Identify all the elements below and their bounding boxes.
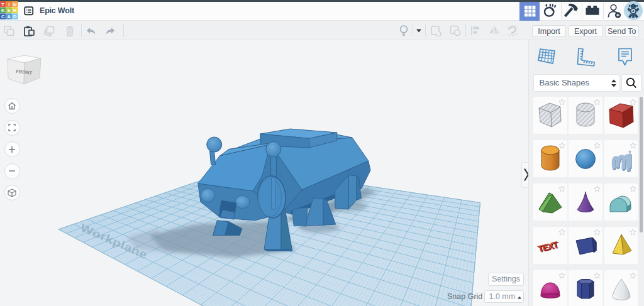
svg-text:N: N [13,2,16,8]
svg-text:R: R [13,8,17,13]
svg-text:I: I [8,2,9,8]
svg-text:C: C [1,14,5,19]
svg-text:D: D [13,14,17,19]
svg-text:E: E [8,8,11,13]
svg-text:A: A [7,14,11,19]
svg-text:K: K [1,8,5,13]
svg-text:T: T [1,2,4,8]
